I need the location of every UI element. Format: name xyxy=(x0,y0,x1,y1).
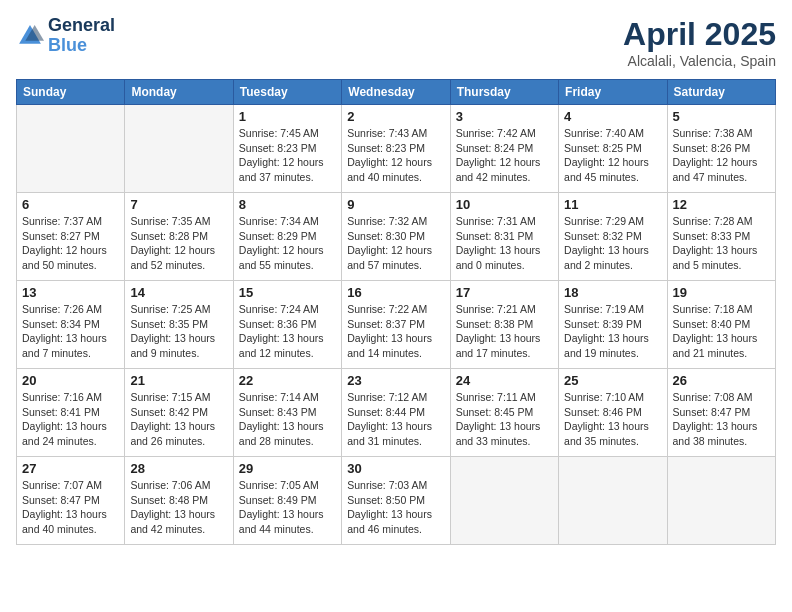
logo: General Blue xyxy=(16,16,115,56)
day-info: Sunrise: 7:31 AMSunset: 8:31 PMDaylight:… xyxy=(456,214,553,273)
day-info: Sunrise: 7:08 AMSunset: 8:47 PMDaylight:… xyxy=(673,390,770,449)
weekday-header: Friday xyxy=(559,80,667,105)
day-number: 20 xyxy=(22,373,119,388)
calendar-day-cell: 30Sunrise: 7:03 AMSunset: 8:50 PMDayligh… xyxy=(342,457,450,545)
calendar-day-cell: 21Sunrise: 7:15 AMSunset: 8:42 PMDayligh… xyxy=(125,369,233,457)
calendar-day-cell: 12Sunrise: 7:28 AMSunset: 8:33 PMDayligh… xyxy=(667,193,775,281)
calendar-day-cell: 16Sunrise: 7:22 AMSunset: 8:37 PMDayligh… xyxy=(342,281,450,369)
calendar-week-row: 6Sunrise: 7:37 AMSunset: 8:27 PMDaylight… xyxy=(17,193,776,281)
day-number: 29 xyxy=(239,461,336,476)
day-number: 9 xyxy=(347,197,444,212)
day-info: Sunrise: 7:29 AMSunset: 8:32 PMDaylight:… xyxy=(564,214,661,273)
calendar-table: SundayMondayTuesdayWednesdayThursdayFrid… xyxy=(16,79,776,545)
weekday-header: Thursday xyxy=(450,80,558,105)
day-info: Sunrise: 7:05 AMSunset: 8:49 PMDaylight:… xyxy=(239,478,336,537)
day-number: 12 xyxy=(673,197,770,212)
day-number: 24 xyxy=(456,373,553,388)
day-info: Sunrise: 7:45 AMSunset: 8:23 PMDaylight:… xyxy=(239,126,336,185)
calendar-day-cell: 5Sunrise: 7:38 AMSunset: 8:26 PMDaylight… xyxy=(667,105,775,193)
logo-text: General Blue xyxy=(48,16,115,56)
day-info: Sunrise: 7:06 AMSunset: 8:48 PMDaylight:… xyxy=(130,478,227,537)
day-number: 5 xyxy=(673,109,770,124)
day-number: 14 xyxy=(130,285,227,300)
day-info: Sunrise: 7:26 AMSunset: 8:34 PMDaylight:… xyxy=(22,302,119,361)
calendar-day-cell xyxy=(125,105,233,193)
calendar-week-row: 27Sunrise: 7:07 AMSunset: 8:47 PMDayligh… xyxy=(17,457,776,545)
day-number: 26 xyxy=(673,373,770,388)
calendar-day-cell xyxy=(559,457,667,545)
day-number: 2 xyxy=(347,109,444,124)
day-info: Sunrise: 7:12 AMSunset: 8:44 PMDaylight:… xyxy=(347,390,444,449)
calendar-day-cell: 19Sunrise: 7:18 AMSunset: 8:40 PMDayligh… xyxy=(667,281,775,369)
calendar-day-cell: 18Sunrise: 7:19 AMSunset: 8:39 PMDayligh… xyxy=(559,281,667,369)
day-number: 4 xyxy=(564,109,661,124)
day-info: Sunrise: 7:14 AMSunset: 8:43 PMDaylight:… xyxy=(239,390,336,449)
calendar-day-cell: 15Sunrise: 7:24 AMSunset: 8:36 PMDayligh… xyxy=(233,281,341,369)
day-number: 15 xyxy=(239,285,336,300)
day-info: Sunrise: 7:21 AMSunset: 8:38 PMDaylight:… xyxy=(456,302,553,361)
day-number: 28 xyxy=(130,461,227,476)
title-block: April 2025 Alcalali, Valencia, Spain xyxy=(623,16,776,69)
calendar-day-cell: 27Sunrise: 7:07 AMSunset: 8:47 PMDayligh… xyxy=(17,457,125,545)
logo-icon xyxy=(16,22,44,50)
weekday-header: Saturday xyxy=(667,80,775,105)
day-info: Sunrise: 7:10 AMSunset: 8:46 PMDaylight:… xyxy=(564,390,661,449)
calendar-day-cell: 2Sunrise: 7:43 AMSunset: 8:23 PMDaylight… xyxy=(342,105,450,193)
day-info: Sunrise: 7:07 AMSunset: 8:47 PMDaylight:… xyxy=(22,478,119,537)
calendar-day-cell: 22Sunrise: 7:14 AMSunset: 8:43 PMDayligh… xyxy=(233,369,341,457)
calendar-day-cell: 8Sunrise: 7:34 AMSunset: 8:29 PMDaylight… xyxy=(233,193,341,281)
day-info: Sunrise: 7:22 AMSunset: 8:37 PMDaylight:… xyxy=(347,302,444,361)
day-info: Sunrise: 7:15 AMSunset: 8:42 PMDaylight:… xyxy=(130,390,227,449)
day-number: 25 xyxy=(564,373,661,388)
day-info: Sunrise: 7:28 AMSunset: 8:33 PMDaylight:… xyxy=(673,214,770,273)
calendar-day-cell: 13Sunrise: 7:26 AMSunset: 8:34 PMDayligh… xyxy=(17,281,125,369)
day-info: Sunrise: 7:11 AMSunset: 8:45 PMDaylight:… xyxy=(456,390,553,449)
calendar-day-cell: 25Sunrise: 7:10 AMSunset: 8:46 PMDayligh… xyxy=(559,369,667,457)
day-number: 10 xyxy=(456,197,553,212)
calendar-day-cell: 28Sunrise: 7:06 AMSunset: 8:48 PMDayligh… xyxy=(125,457,233,545)
calendar-day-cell: 24Sunrise: 7:11 AMSunset: 8:45 PMDayligh… xyxy=(450,369,558,457)
day-number: 7 xyxy=(130,197,227,212)
calendar-day-cell: 23Sunrise: 7:12 AMSunset: 8:44 PMDayligh… xyxy=(342,369,450,457)
calendar-title: April 2025 xyxy=(623,16,776,53)
day-number: 3 xyxy=(456,109,553,124)
day-info: Sunrise: 7:42 AMSunset: 8:24 PMDaylight:… xyxy=(456,126,553,185)
calendar-week-row: 20Sunrise: 7:16 AMSunset: 8:41 PMDayligh… xyxy=(17,369,776,457)
weekday-header: Wednesday xyxy=(342,80,450,105)
calendar-day-cell: 29Sunrise: 7:05 AMSunset: 8:49 PMDayligh… xyxy=(233,457,341,545)
calendar-day-cell: 14Sunrise: 7:25 AMSunset: 8:35 PMDayligh… xyxy=(125,281,233,369)
calendar-week-row: 1Sunrise: 7:45 AMSunset: 8:23 PMDaylight… xyxy=(17,105,776,193)
day-info: Sunrise: 7:18 AMSunset: 8:40 PMDaylight:… xyxy=(673,302,770,361)
weekday-header: Monday xyxy=(125,80,233,105)
page-header: General Blue April 2025 Alcalali, Valenc… xyxy=(16,16,776,69)
day-info: Sunrise: 7:19 AMSunset: 8:39 PMDaylight:… xyxy=(564,302,661,361)
day-number: 23 xyxy=(347,373,444,388)
day-info: Sunrise: 7:34 AMSunset: 8:29 PMDaylight:… xyxy=(239,214,336,273)
calendar-day-cell: 11Sunrise: 7:29 AMSunset: 8:32 PMDayligh… xyxy=(559,193,667,281)
calendar-location: Alcalali, Valencia, Spain xyxy=(623,53,776,69)
day-number: 17 xyxy=(456,285,553,300)
day-info: Sunrise: 7:37 AMSunset: 8:27 PMDaylight:… xyxy=(22,214,119,273)
day-info: Sunrise: 7:32 AMSunset: 8:30 PMDaylight:… xyxy=(347,214,444,273)
calendar-day-cell: 3Sunrise: 7:42 AMSunset: 8:24 PMDaylight… xyxy=(450,105,558,193)
day-number: 21 xyxy=(130,373,227,388)
calendar-day-cell: 1Sunrise: 7:45 AMSunset: 8:23 PMDaylight… xyxy=(233,105,341,193)
calendar-day-cell xyxy=(667,457,775,545)
weekday-header: Sunday xyxy=(17,80,125,105)
day-number: 27 xyxy=(22,461,119,476)
day-info: Sunrise: 7:24 AMSunset: 8:36 PMDaylight:… xyxy=(239,302,336,361)
day-info: Sunrise: 7:35 AMSunset: 8:28 PMDaylight:… xyxy=(130,214,227,273)
calendar-day-cell: 17Sunrise: 7:21 AMSunset: 8:38 PMDayligh… xyxy=(450,281,558,369)
calendar-day-cell xyxy=(17,105,125,193)
day-number: 19 xyxy=(673,285,770,300)
day-number: 13 xyxy=(22,285,119,300)
day-info: Sunrise: 7:38 AMSunset: 8:26 PMDaylight:… xyxy=(673,126,770,185)
calendar-day-cell: 20Sunrise: 7:16 AMSunset: 8:41 PMDayligh… xyxy=(17,369,125,457)
calendar-day-cell: 9Sunrise: 7:32 AMSunset: 8:30 PMDaylight… xyxy=(342,193,450,281)
calendar-day-cell: 7Sunrise: 7:35 AMSunset: 8:28 PMDaylight… xyxy=(125,193,233,281)
weekday-header-row: SundayMondayTuesdayWednesdayThursdayFrid… xyxy=(17,80,776,105)
day-number: 11 xyxy=(564,197,661,212)
calendar-day-cell: 26Sunrise: 7:08 AMSunset: 8:47 PMDayligh… xyxy=(667,369,775,457)
day-number: 1 xyxy=(239,109,336,124)
calendar-day-cell: 4Sunrise: 7:40 AMSunset: 8:25 PMDaylight… xyxy=(559,105,667,193)
